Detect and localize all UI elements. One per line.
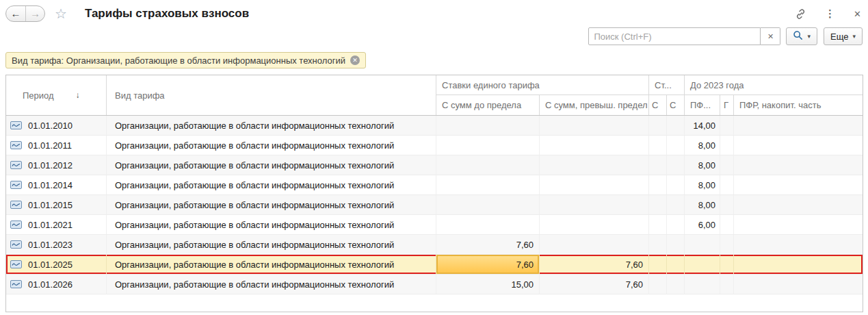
table-row[interactable]: 01.01.2026 Организации, работающие в обл… [6,275,863,294]
c2-cell[interactable] [667,195,685,214]
period-cell[interactable]: 01.01.2011 [6,136,107,155]
tariff-kind-cell[interactable]: Организации, работающие в области информ… [107,116,436,135]
pfr-cell[interactable]: 8,00 [685,155,720,175]
group-header-before-2023[interactable]: До 2023 года [685,75,863,94]
table-row[interactable]: 01.01.2023 Организации, работающие в обл… [6,235,863,255]
over-limit-cell[interactable] [540,116,649,135]
under-limit-cell[interactable]: 7,60 [436,255,540,274]
tariff-kind-cell[interactable]: Организации, работающие в области информ… [107,235,436,254]
tariff-kind-cell[interactable]: Организации, работающие в области информ… [107,136,436,155]
group-header-st[interactable]: Ст... [649,75,685,94]
g-cell[interactable] [720,195,734,214]
over-limit-cell[interactable]: 7,60 [540,275,649,294]
c2-cell[interactable] [667,155,685,175]
c1-cell[interactable] [649,116,667,135]
pfr-nakopit-cell[interactable] [734,255,863,274]
c2-cell[interactable] [667,235,685,254]
pfr-cell[interactable]: 8,00 [685,175,720,194]
pfr-nakopit-cell[interactable] [734,215,863,234]
tariff-kind-cell[interactable]: Организации, работающие в области информ… [107,215,436,234]
group-header-unified-rates[interactable]: Ставки единого тарифа [436,75,649,94]
c1-cell[interactable] [649,155,667,175]
over-limit-cell[interactable]: 7,60 [540,255,649,274]
table-row[interactable]: 01.01.2015 Организации, работающие в обл… [6,195,863,215]
pfr-nakopit-cell[interactable] [734,155,863,175]
c1-cell[interactable] [649,195,667,214]
under-limit-cell[interactable] [436,116,540,135]
tariff-kind-cell[interactable]: Организации, работающие в области информ… [107,175,436,194]
back-button[interactable]: ← [6,6,25,21]
g-cell[interactable] [720,116,734,135]
remove-filter-icon[interactable]: ✕ [350,55,360,65]
over-limit-cell[interactable] [540,136,649,155]
over-limit-cell[interactable] [540,155,649,175]
g-cell[interactable] [720,215,734,234]
pfr-nakopit-cell[interactable] [734,195,863,214]
over-limit-cell[interactable] [540,215,649,234]
more-menu-icon[interactable]: ⋮ [825,8,835,20]
search-clear-button[interactable]: ✕ [761,27,780,45]
period-cell[interactable]: 01.01.2014 [6,175,107,194]
table-row[interactable]: 01.01.2010 Организации, работающие в обл… [6,116,863,136]
c2-cell[interactable] [667,215,685,234]
period-cell[interactable]: 01.01.2015 [6,195,107,214]
c2-cell[interactable] [667,175,685,194]
g-cell[interactable] [720,235,734,254]
pfr-nakopit-cell[interactable] [734,275,863,294]
g-cell[interactable] [720,275,734,294]
pfr-cell[interactable] [685,255,720,274]
pfr-cell[interactable]: 8,00 [685,136,720,155]
over-limit-cell[interactable] [540,235,649,254]
period-cell[interactable]: 01.01.2025 [6,255,107,274]
column-header-pfr[interactable]: ПФ... [685,95,720,115]
tariff-kind-cell[interactable]: Организации, работающие в области информ… [107,255,436,274]
period-cell[interactable]: 01.01.2026 [6,275,107,294]
table-row[interactable]: 01.01.2011 Организации, работающие в обл… [6,136,863,155]
under-limit-cell[interactable] [436,136,540,155]
period-cell[interactable]: 01.01.2012 [6,155,107,175]
period-cell[interactable]: 01.01.2010 [6,116,107,135]
more-button[interactable]: Еще ▾ [824,27,863,45]
pfr-cell[interactable] [685,275,720,294]
favorite-star-icon[interactable]: ☆ [55,5,67,22]
g-cell[interactable] [720,175,734,194]
c2-cell[interactable] [667,275,685,294]
c1-cell[interactable] [649,275,667,294]
pfr-nakopit-cell[interactable] [734,116,863,135]
column-header-g[interactable]: Г [720,95,734,115]
c2-cell[interactable] [667,255,685,274]
under-limit-cell[interactable] [436,215,540,234]
pfr-cell[interactable] [685,235,720,254]
pfr-nakopit-cell[interactable] [734,136,863,155]
under-limit-cell[interactable] [436,155,540,175]
c1-cell[interactable] [649,136,667,155]
period-cell[interactable]: 01.01.2023 [6,235,107,254]
c1-cell[interactable] [649,175,667,194]
pfr-cell[interactable]: 14,00 [685,116,720,135]
over-limit-cell[interactable] [540,175,649,194]
column-header-under-limit[interactable]: С сумм до предела [436,95,540,115]
column-header-tariff-kind[interactable]: Вид тарифа [107,75,436,115]
c2-cell[interactable] [667,116,685,135]
column-header-over-limit[interactable]: С сумм, превыш. предел [540,95,649,115]
under-limit-cell[interactable] [436,175,540,194]
c1-cell[interactable] [649,215,667,234]
link-icon[interactable] [795,8,806,20]
c1-cell[interactable] [649,255,667,274]
filter-chip[interactable]: Вид тарифа: Организации, работающие в об… [5,52,366,68]
over-limit-cell[interactable] [540,195,649,214]
table-row[interactable]: 01.01.2014 Организации, работающие в обл… [6,175,863,195]
period-cell[interactable]: 01.01.2021 [6,215,107,234]
pfr-nakopit-cell[interactable] [734,175,863,194]
g-cell[interactable] [720,255,734,274]
g-cell[interactable] [720,155,734,175]
column-header-c2[interactable]: С [667,95,685,115]
table-row[interactable]: 01.01.2025 Организации, работающие в обл… [6,255,863,275]
close-icon[interactable]: ✕ [854,9,861,19]
g-cell[interactable] [720,136,734,155]
pfr-cell[interactable]: 8,00 [685,195,720,214]
column-header-c1[interactable]: С [649,95,667,115]
search-input[interactable] [588,27,761,45]
search-settings-button[interactable]: ▾ [786,27,817,45]
under-limit-cell[interactable]: 7,60 [436,235,540,254]
